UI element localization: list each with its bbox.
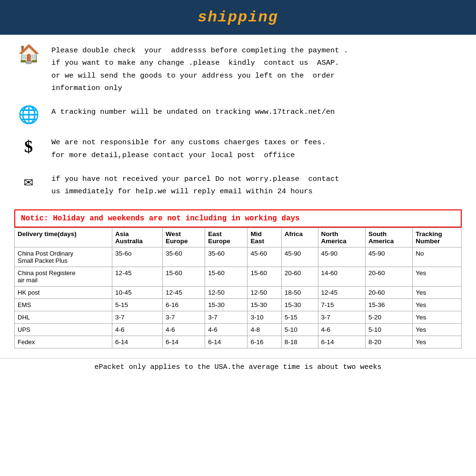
address-text: Please double check your addresss before…: [51, 44, 462, 94]
notice-bar: Notic: Holiday and weekends are not incl…: [14, 209, 462, 228]
table-header-row: Delivery time(days) AsiaAustralia WestEu…: [15, 228, 462, 247]
method-name: UPS: [15, 323, 112, 336]
dollar-icon: $: [24, 138, 33, 155]
delivery-table-wrap: Delivery time(days) AsiaAustralia WestEu…: [14, 228, 462, 348]
header-bar: shipping: [0, 0, 476, 35]
col-asia: AsiaAustralia: [112, 228, 163, 247]
col-south-america: SouthAmerica: [365, 228, 412, 247]
envelope-icon: ✉: [24, 175, 33, 190]
table-row: China Post OrdinarySmall Packet Plus 35-…: [15, 247, 462, 267]
table-row: Fedex 6-14 6-14 6-14 6-16 8-18 6-14 8-20…: [15, 336, 462, 348]
col-east-europe: EastEurope: [205, 228, 248, 247]
address-block: 🏠 Please double check your addresss befo…: [14, 44, 462, 94]
parcel-block: ✉ if you have not received your parcel D…: [14, 173, 462, 198]
method-name: China Post OrdinarySmall Packet Plus: [15, 247, 112, 267]
tracking-block: 🌐 A tracking number will be undated on t…: [14, 106, 462, 125]
customs-block: $ We are not responsible for any customs…: [14, 136, 462, 161]
table-row: China post Registereair mail 12-45 15-60…: [15, 267, 462, 286]
method-name: China post Registereair mail: [15, 267, 112, 286]
envelope-icon-wrap: ✉: [14, 173, 43, 190]
house-icon-wrap: 🏠: [14, 44, 43, 64]
globe-icon: 🌐: [18, 108, 40, 125]
table-row: UPS 4-6 4-6 4-6 4-8 5-10 4-6 5-10 Yes: [15, 323, 462, 336]
col-africa: Africa: [281, 228, 318, 247]
content-area: 🏠 Please double check your addresss befo…: [0, 35, 476, 358]
col-west-europe: WestEurope: [163, 228, 205, 247]
col-mid-east: MidEast: [248, 228, 281, 247]
footer-bar: ePacket only applies to the USA.the aver…: [0, 358, 476, 376]
method-name: EMS: [15, 298, 112, 311]
house-icon: 🏠: [18, 46, 40, 64]
col-delivery-time: Delivery time(days): [15, 228, 112, 247]
parcel-text: if you have not received your parcel Do …: [51, 173, 462, 198]
table-row: HK post 10-45 12-45 12-50 12-50 18-50 12…: [15, 286, 462, 298]
tracking-text: A tracking number will be undated on tra…: [51, 106, 462, 118]
table-row: EMS 5-15 6-16 15-30 15-30 15-30 7-15 15-…: [15, 298, 462, 311]
delivery-table: Delivery time(days) AsiaAustralia WestEu…: [14, 228, 462, 348]
page-title: shipping: [0, 9, 476, 26]
method-name: Fedex: [15, 336, 112, 348]
method-name: DHL: [15, 311, 112, 323]
customs-text: We are not responsible for any customs c…: [51, 136, 462, 161]
method-name: HK post: [15, 286, 112, 298]
col-tracking: TrackingNumber: [413, 228, 462, 247]
globe-icon-wrap: 🌐: [14, 106, 43, 125]
col-north-america: NorthAmerica: [318, 228, 365, 247]
table-row: DHL 3-7 3-7 3-7 3-10 5-15 3-7 5-20 Yes: [15, 311, 462, 323]
dollar-icon-wrap: $: [14, 136, 43, 155]
